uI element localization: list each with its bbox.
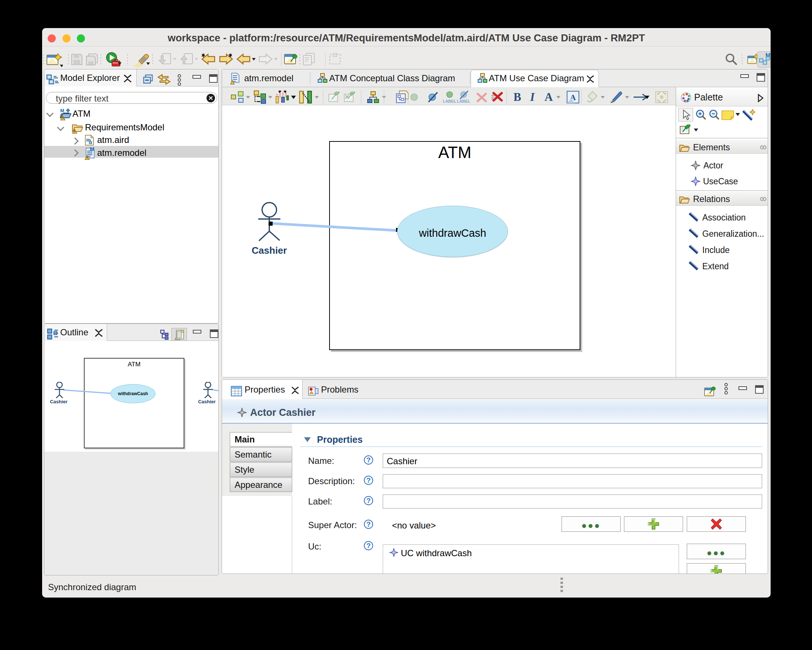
svg-text:LABEL: LABEL [443, 99, 456, 104]
svg-text:M: M [90, 146, 95, 152]
svg-text:M: M [60, 108, 64, 113]
svg-text:LABEL: LABEL [457, 99, 470, 104]
